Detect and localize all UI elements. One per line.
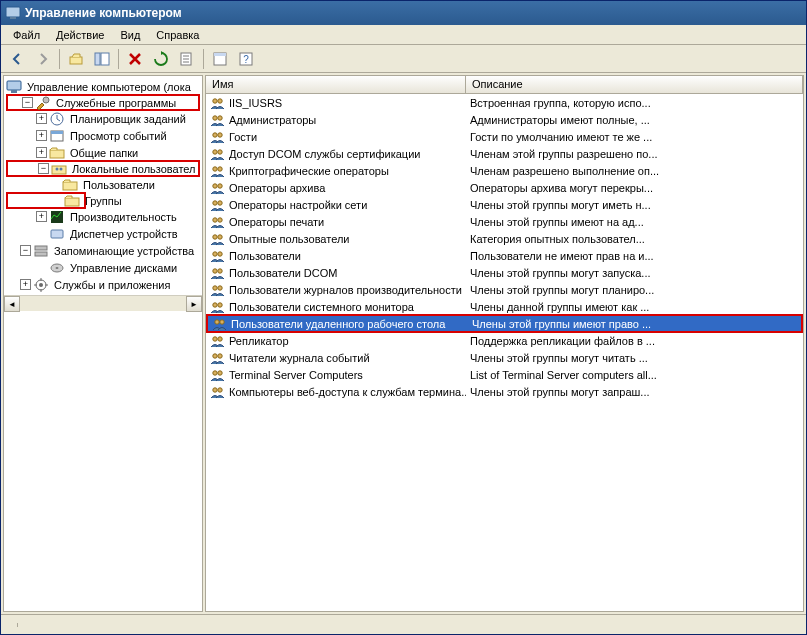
svg-point-36 bbox=[213, 149, 217, 153]
back-button[interactable] bbox=[5, 48, 29, 70]
export-button[interactable] bbox=[175, 48, 199, 70]
row-name: Доступ DCOM службы сертификации bbox=[229, 148, 420, 160]
properties-button[interactable] bbox=[208, 48, 232, 70]
svg-point-44 bbox=[213, 217, 217, 221]
show-hide-tree-button[interactable] bbox=[90, 48, 114, 70]
list-row[interactable]: РепликаторПоддержка репликации файлов в … bbox=[206, 332, 803, 349]
collapse-icon[interactable]: − bbox=[22, 97, 33, 108]
row-name: Операторы печати bbox=[229, 216, 324, 228]
tree-storage[interactable]: − Запоминающие устройства bbox=[6, 242, 200, 259]
svg-point-34 bbox=[213, 132, 217, 136]
row-desc: Администраторы имеют полные, ... bbox=[466, 114, 803, 126]
list-pane[interactable]: Имя Описание IIS_IUSRSВстроенная группа,… bbox=[205, 75, 804, 612]
list-row[interactable]: Операторы настройки сетиЧлены этой групп… bbox=[206, 196, 803, 213]
tree-eventviewer[interactable]: + Просмотр событий bbox=[6, 127, 200, 144]
list-row[interactable]: Опытные пользователиКатегория опытных по… bbox=[206, 230, 803, 247]
expand-icon[interactable]: + bbox=[36, 211, 47, 222]
column-name[interactable]: Имя bbox=[206, 76, 466, 93]
tree-devmgr[interactable]: Диспетчер устройств bbox=[6, 225, 200, 242]
tree-performance[interactable]: + Производительность bbox=[6, 208, 200, 225]
list-row[interactable]: IIS_IUSRSВстроенная группа, которую испо… bbox=[206, 94, 803, 111]
list-row[interactable]: Читатели журнала событийЧлены этой групп… bbox=[206, 349, 803, 366]
list-row[interactable]: Пользователи DCOMЧлены этой группы могут… bbox=[206, 264, 803, 281]
row-desc: List of Terminal Server computers all... bbox=[466, 369, 803, 381]
svg-rect-2 bbox=[70, 57, 82, 64]
toolbar: ? bbox=[1, 45, 806, 73]
menubar: Файл Действие Вид Справка bbox=[1, 25, 806, 45]
list-row[interactable]: Доступ DCOM службы сертификацииЧленам эт… bbox=[206, 145, 803, 162]
row-name: Опытные пользователи bbox=[229, 233, 349, 245]
list-row[interactable]: ПользователиПользователи не имеют прав н… bbox=[206, 247, 803, 264]
row-desc: Операторы архива могут перекры... bbox=[466, 182, 803, 194]
svg-point-27 bbox=[56, 267, 59, 269]
tree-scrollbar-h[interactable]: ◄ ► bbox=[4, 295, 202, 311]
tree-scheduler[interactable]: + Планировщик заданий bbox=[6, 110, 200, 127]
tree-pane[interactable]: Управление компьютером (лока − Служебные… bbox=[3, 75, 203, 612]
menu-file[interactable]: Файл bbox=[5, 27, 48, 43]
list-row[interactable]: Криптографические операторыЧленам разреш… bbox=[206, 162, 803, 179]
tree-root[interactable]: Управление компьютером (лока bbox=[6, 78, 200, 95]
tree-users[interactable]: Пользователи bbox=[6, 176, 200, 193]
forward-button[interactable] bbox=[31, 48, 55, 70]
row-name: Операторы настройки сети bbox=[229, 199, 367, 211]
tree: Управление компьютером (лока − Служебные… bbox=[4, 76, 202, 295]
svg-rect-16 bbox=[50, 150, 64, 158]
tree-localusers[interactable]: − Локальные пользовател bbox=[6, 160, 200, 177]
list-row[interactable]: Пользователи журналов производительности… bbox=[206, 281, 803, 298]
expand-icon[interactable]: + bbox=[36, 130, 47, 141]
menu-action[interactable]: Действие bbox=[48, 27, 112, 43]
row-desc: Членам этой группы разрешено по... bbox=[466, 148, 803, 160]
refresh-button[interactable] bbox=[149, 48, 173, 70]
scroll-right-icon[interactable]: ► bbox=[186, 296, 202, 312]
svg-point-30 bbox=[213, 98, 217, 102]
tree-services[interactable]: + Службы и приложения bbox=[6, 276, 200, 293]
list-row[interactable]: АдминистраторыАдминистраторы имеют полны… bbox=[206, 111, 803, 128]
svg-rect-25 bbox=[35, 252, 47, 256]
titlebar[interactable]: Управление компьютером bbox=[1, 1, 806, 25]
list-row[interactable]: ГостиГости по умолчанию имеют те же ... bbox=[206, 128, 803, 145]
tree-utilities[interactable]: − Служебные программы bbox=[6, 94, 200, 111]
menu-help[interactable]: Справка bbox=[148, 27, 207, 43]
list-row[interactable]: Terminal Server ComputersList of Termina… bbox=[206, 366, 803, 383]
column-description[interactable]: Описание bbox=[466, 76, 803, 93]
tree-groups[interactable]: Группы bbox=[6, 192, 86, 209]
tree-diskmgmt[interactable]: Управление дисками bbox=[6, 259, 200, 276]
computer-icon bbox=[6, 79, 22, 95]
svg-rect-15 bbox=[51, 131, 63, 134]
collapse-icon[interactable]: − bbox=[20, 245, 31, 256]
toolbar-separator bbox=[59, 49, 60, 69]
window-title: Управление компьютером bbox=[25, 6, 182, 20]
up-button[interactable] bbox=[64, 48, 88, 70]
tools-icon bbox=[35, 95, 51, 111]
tree-label: Группы bbox=[83, 195, 124, 207]
help-button[interactable]: ? bbox=[234, 48, 258, 70]
svg-point-64 bbox=[213, 387, 217, 391]
svg-point-58 bbox=[213, 336, 217, 340]
list-row[interactable]: Пользователи удаленного рабочего столаЧл… bbox=[206, 314, 803, 333]
svg-point-50 bbox=[213, 268, 217, 272]
menu-view[interactable]: Вид bbox=[112, 27, 148, 43]
expand-icon[interactable]: + bbox=[36, 113, 47, 124]
delete-button[interactable] bbox=[123, 48, 147, 70]
list-row[interactable]: Операторы печатиЧлены этой группы имеют … bbox=[206, 213, 803, 230]
svg-rect-11 bbox=[11, 90, 17, 93]
collapse-icon[interactable]: − bbox=[38, 163, 49, 174]
scroll-track[interactable] bbox=[20, 296, 186, 311]
svg-rect-7 bbox=[214, 53, 226, 56]
list-body: IIS_IUSRSВстроенная группа, которую испо… bbox=[206, 94, 803, 400]
tree-sharedfolders[interactable]: + Общие папки bbox=[6, 144, 200, 161]
scroll-left-icon[interactable]: ◄ bbox=[4, 296, 20, 312]
expand-icon[interactable]: + bbox=[36, 147, 47, 158]
list-row[interactable]: Пользователи системного монитораЧлены да… bbox=[206, 298, 803, 315]
expand-icon[interactable]: + bbox=[20, 279, 31, 290]
svg-point-61 bbox=[218, 353, 222, 357]
tree-label: Запоминающие устройства bbox=[52, 244, 196, 258]
scheduler-icon bbox=[49, 111, 65, 127]
list-row[interactable]: Операторы архиваОператоры архива могут п… bbox=[206, 179, 803, 196]
folder-icon bbox=[64, 193, 80, 209]
group-icon bbox=[210, 333, 226, 349]
performance-icon bbox=[49, 209, 65, 225]
list-row[interactable]: Компьютеры веб-доступа к службам термина… bbox=[206, 383, 803, 400]
svg-point-48 bbox=[213, 251, 217, 255]
group-icon bbox=[210, 180, 226, 196]
